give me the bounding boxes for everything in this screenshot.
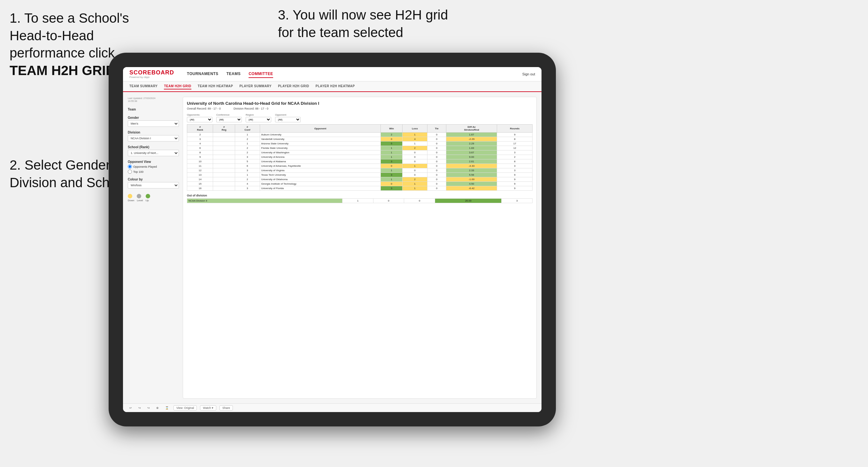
colour-by-section: Colour by Win/loss	[128, 178, 179, 188]
cell-diff: 5.56	[446, 173, 497, 177]
subnav-team-h2h-grid[interactable]: TEAM H2H GRID	[164, 83, 191, 89]
annotation-3: 3. You will now see H2H grid for the tea…	[278, 6, 463, 41]
toolbar-btn-3[interactable]: ↪	[146, 406, 151, 410]
cell-conf: 1	[235, 132, 260, 137]
cell-tie: 0	[428, 168, 446, 173]
table-row: 15 4 Georgia Institute of Technology 0 1…	[187, 182, 532, 186]
cell-tie: 0	[428, 164, 446, 168]
cell-rank: 15	[187, 182, 213, 186]
cell-conf: 2	[235, 146, 260, 151]
cell-loss: 0	[402, 151, 428, 155]
cell-diff: 4.50	[446, 182, 497, 186]
colour-by-label: Colour by	[128, 178, 179, 181]
cell-loss: 1	[402, 186, 428, 191]
table-row: 12 3 University of Virginia 1 0 0 2.33 3	[187, 168, 532, 173]
cell-opponent: University of Virginia	[260, 168, 381, 173]
cell-win: 0	[381, 182, 402, 186]
division-select[interactable]: NCAA Division I	[128, 135, 179, 142]
cell-win: 1	[381, 151, 402, 155]
color-legend: Down Level Up	[128, 194, 179, 202]
out-div-loss: 0	[373, 199, 404, 203]
cell-loss: 0	[402, 168, 428, 173]
cell-loss: 4	[402, 137, 428, 142]
cell-tie: 0	[428, 146, 446, 151]
cell-rounds: 3	[497, 168, 532, 173]
filter-conference-select[interactable]: (All)	[216, 117, 242, 122]
watch-button[interactable]: Watch ▾	[200, 405, 216, 410]
view-original-button[interactable]: View: Original	[174, 405, 197, 410]
cell-win: 2	[381, 132, 402, 137]
cell-reg	[213, 173, 235, 177]
table-header-row: #Rank #Reg #Conf Opponent Win Loss Tie D…	[187, 125, 532, 132]
cell-rank: 11	[187, 164, 213, 168]
redo-button[interactable]: ↪	[137, 406, 143, 410]
cell-loss: 1	[402, 164, 428, 168]
filter-opponent-select[interactable]: (All)	[275, 117, 301, 122]
tablet-device: SCOREBOARD Powered by clippi TOURNAMENTS…	[108, 53, 556, 427]
out-div-tie: 0	[404, 199, 435, 203]
cell-tie: 0	[428, 173, 446, 177]
nav-teams[interactable]: TEAMS	[226, 70, 241, 78]
cell-rounds: 8	[497, 159, 532, 164]
share-button[interactable]: Share	[219, 405, 233, 410]
cell-reg	[213, 168, 235, 173]
h2h-table: #Rank #Reg #Conf Opponent Win Loss Tie D…	[187, 124, 532, 191]
cell-tie: 0	[428, 132, 446, 137]
cell-opponent: Florida State University	[260, 146, 381, 151]
opponent-view-label: Opponent View	[128, 160, 179, 163]
cell-reg	[213, 146, 235, 151]
tablet-screen: SCOREBOARD Powered by clippi TOURNAMENTS…	[123, 67, 541, 412]
filter-region: Region (All)	[246, 114, 271, 122]
cell-tie: 0	[428, 186, 446, 191]
cell-rounds: 9	[497, 173, 532, 177]
cell-conf: 6	[235, 164, 260, 168]
subnav-team-summary[interactable]: TEAM SUMMARY	[129, 83, 157, 89]
filter-opponents-label: Opponents:	[187, 114, 212, 116]
sign-out-button[interactable]: Sign out	[522, 72, 535, 76]
cell-win: 0	[381, 137, 402, 142]
gender-select[interactable]: Men's	[128, 120, 179, 127]
cell-diff: 1.67	[446, 132, 497, 137]
subnav-player-h2h-heatmap[interactable]: PLAYER H2H HEATMAP	[316, 83, 355, 89]
cell-tie: 0	[428, 137, 446, 142]
cell-conf: 1	[235, 173, 260, 177]
cell-rounds: 9	[497, 186, 532, 191]
cell-rounds: 9	[497, 177, 532, 182]
cell-diff: -6.42	[446, 186, 497, 191]
cell-rank: 3	[187, 137, 213, 142]
last-updated: Last Updated: 27/03/202416:55:38	[128, 97, 179, 102]
cell-reg	[213, 159, 235, 164]
nav-tournaments[interactable]: TOURNAMENTS	[187, 70, 219, 78]
cell-reg	[213, 132, 235, 137]
cell-diff: -2.29	[446, 137, 497, 142]
filter-conference: Conference (All)	[216, 114, 242, 122]
col-reg: #Reg	[213, 125, 235, 132]
bottom-toolbar: ↩ ↪ ↪ ⊕ ⌛ View: Original Watch ▾ Share	[123, 403, 541, 412]
cell-reg	[213, 151, 235, 155]
subnav-player-summary[interactable]: PLAYER SUMMARY	[239, 83, 272, 89]
legend-level-dot	[137, 194, 141, 198]
subnav-team-h2h-heatmap[interactable]: TEAM H2H HEATMAP	[198, 83, 233, 89]
cell-loss: 2	[402, 146, 428, 151]
cell-conf: 2	[235, 177, 260, 182]
toolbar-btn-4[interactable]: ⊕	[155, 406, 160, 410]
logo-text: SCOREBOARD	[129, 69, 174, 76]
cell-loss: 2	[402, 177, 428, 182]
colour-by-select[interactable]: Win/loss	[128, 182, 179, 188]
cell-diff: -4.33	[446, 164, 497, 168]
undo-button[interactable]: ↩	[128, 406, 133, 410]
opponent-view-section: Opponent View Opponents Played Top 100	[128, 160, 179, 174]
cell-loss: 0	[402, 173, 428, 177]
toolbar-btn-5[interactable]: ⌛	[163, 406, 170, 410]
filter-opponents-select[interactable]: (All)	[187, 117, 212, 122]
filter-region-select[interactable]: (All)	[246, 117, 271, 122]
radio-top-100[interactable]: Top 100	[128, 169, 179, 174]
school-section: School (Rank) 1. University of Nort...	[128, 145, 179, 156]
gender-label: Gender	[128, 116, 179, 120]
nav-committee[interactable]: COMMITTEE	[249, 70, 273, 78]
subnav-player-h2h-grid[interactable]: PLAYER H2H GRID	[278, 83, 309, 89]
cell-diff: -1.00	[446, 177, 497, 182]
school-select[interactable]: 1. University of Nort...	[128, 150, 179, 156]
radio-opponents-played[interactable]: Opponents Played	[128, 164, 179, 169]
cell-reg	[213, 155, 235, 159]
